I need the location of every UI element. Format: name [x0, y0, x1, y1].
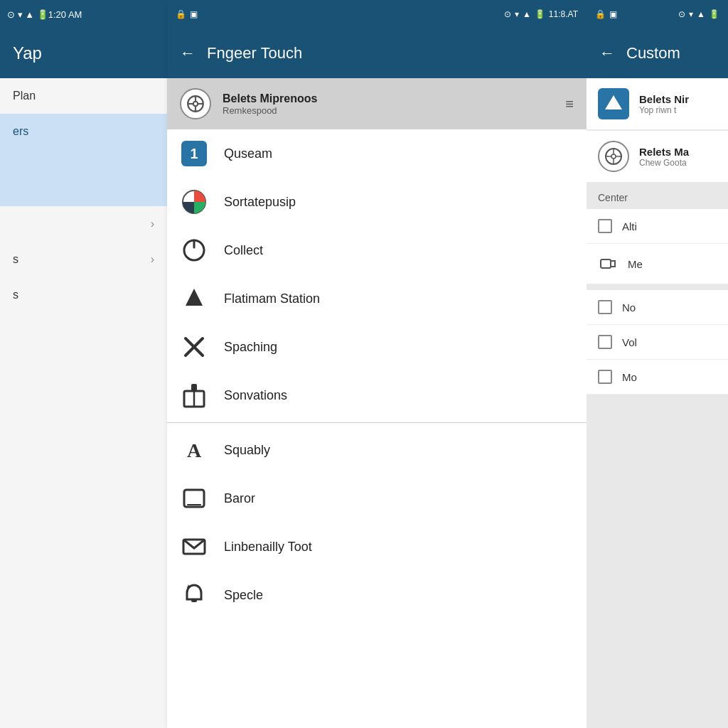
svg-point-24 [611, 154, 616, 159]
menu-item-linbenailly[interactable]: Linbenailly Toot [167, 523, 587, 571]
center-panel: 🔒 ▣ ⊙ ▾ ▲ 🔋 11:8.AT ← Fngeer Touch [167, 0, 587, 728]
menu-item-squably[interactable]: A Squably [167, 426, 587, 474]
right-lock-icon: 🔒 [595, 9, 606, 19]
squably-text-icon: A [181, 437, 207, 463]
right-back-button[interactable]: ← [599, 44, 615, 63]
sortatepusip-label: Sortatepusip [224, 195, 296, 210]
no-checkbox[interactable] [598, 300, 612, 314]
right-list-item-alti[interactable]: Alti [587, 209, 728, 244]
right-profile-name-1: Belets Nir [639, 93, 689, 105]
menu-item-quseam[interactable]: 1 Quseam [167, 129, 587, 178]
center-status-right-icons: ⊙ ▾ ▲ 🔋 11:8.AT [504, 9, 578, 19]
right-list-item-vol[interactable]: Vol [587, 325, 728, 360]
sonvations-tool-icon [181, 382, 207, 408]
left-menu-item-4[interactable]: s › [0, 242, 167, 277]
collect-label: Collect [224, 243, 263, 258]
menu-item-sortatepusip[interactable]: Sortatepusip [167, 178, 587, 226]
me-label: Me [628, 258, 643, 270]
right-header: ← Custom [587, 28, 728, 78]
center-title: Fngeer Touch [207, 44, 302, 63]
right-wifi-icon: ▾ [689, 9, 693, 19]
right-signal-icon: ▲ [697, 9, 705, 19]
flatimam-label: Flatimam Station [224, 291, 320, 306]
svg-marker-22 [605, 95, 622, 109]
right-content: Belets Nir Yop riwn t Relets Ma Chew Goo… [587, 78, 728, 728]
right-status-left: 🔒 ▣ [595, 9, 617, 19]
menu-item-flatimam[interactable]: Flatimam Station [167, 274, 587, 323]
right-list-item-no[interactable]: No [587, 290, 728, 325]
right-avatar-2 [598, 141, 629, 172]
left-content: Plan ers › s › s [0, 78, 167, 728]
quseam-icon: 1 [181, 141, 207, 166]
right-title: Custom [626, 44, 680, 63]
center-battery-icon: 🔋 [535, 9, 545, 19]
quseam-label: Quseam [224, 146, 272, 161]
center-profile-sub: Remkespood [223, 105, 554, 116]
right-section-header: Center [587, 183, 728, 209]
right-panel: 🔒 ▣ ⊙ ▾ ▲ 🔋 ← Custom Belets Nir Yop riwn… [587, 0, 728, 728]
right-profile-info-2: Relets Ma Chew Goota [639, 146, 689, 168]
right-clock-icon: ⊙ [678, 9, 685, 19]
svg-rect-29 [601, 259, 611, 268]
left-status-time: 1:20 AM [48, 9, 82, 20]
spaching-label: Spaching [224, 340, 277, 355]
menu-item-baror[interactable]: Baror [167, 474, 587, 523]
left-menu-item-5[interactable]: s [0, 277, 167, 313]
menu-item-collect[interactable]: Collect [167, 226, 587, 274]
menu-item-spaching[interactable]: Spaching [167, 323, 587, 371]
alti-checkbox[interactable] [598, 219, 612, 233]
left-status-bar: ⊙ ▾ ▲ 🔋 1:20 AM [0, 0, 167, 28]
squably-label: Squably [224, 443, 270, 458]
left-menu-5-label: s [13, 289, 18, 301]
hamburger-icon[interactable]: ≡ [565, 96, 574, 112]
center-profile-name: Belets Miprenoos [223, 92, 554, 105]
left-menu-plan-label: Plan [13, 90, 36, 102]
center-menu-list: 1 Quseam Sortatepusip [167, 129, 587, 728]
left-status-icons: ⊙ ▾ ▲ 🔋 [7, 9, 48, 20]
right-list-item-me[interactable]: Me [587, 244, 728, 284]
center-clock-icon: ⊙ [504, 9, 511, 19]
spaching-close-icon [181, 334, 207, 360]
right-list-item-mo[interactable]: Mo [587, 360, 728, 395]
no-label: No [622, 301, 636, 314]
svg-point-1 [193, 102, 198, 107]
specle-label: Specle [224, 588, 263, 603]
left-menu-ers-label: ers [13, 125, 28, 138]
chevron-icon-3: › [151, 218, 154, 230]
left-app-title: Yap [13, 43, 42, 63]
alti-label: Alti [622, 220, 637, 232]
menu-item-specle[interactable]: Specle [167, 571, 587, 619]
vol-label: Vol [622, 336, 637, 348]
sonvations-label: Sonvations [224, 388, 287, 403]
left-menu-4-label: s [13, 253, 18, 266]
left-menu-item-3[interactable]: › [0, 206, 167, 242]
sortatepusip-icon [181, 189, 207, 215]
linbenailly-label: Linbenailly Toot [224, 540, 312, 555]
center-back-button[interactable]: ← [180, 44, 196, 63]
right-profile-sub-1: Yop riwn t [639, 105, 689, 115]
center-profile-row[interactable]: Belets Miprenoos Remkespood ≡ [167, 78, 587, 129]
left-panel: ⊙ ▾ ▲ 🔋 1:20 AM Yap Plan ers › s › s [0, 0, 167, 728]
right-status-right: ⊙ ▾ ▲ 🔋 [678, 9, 719, 19]
left-menu-ers[interactable]: ers [0, 114, 167, 149]
right-profile-1[interactable]: Belets Nir Yop riwn t [587, 78, 728, 129]
left-header: Yap [0, 28, 167, 78]
right-avatar-1 [598, 88, 629, 119]
baror-label: Baror [224, 491, 255, 506]
menu-item-sonvations[interactable]: Sonvations [167, 371, 587, 419]
svg-text:A: A [187, 439, 202, 461]
right-profile-name-2: Relets Ma [639, 146, 689, 158]
chevron-icon-4: › [151, 253, 154, 266]
specle-bell-icon [181, 582, 207, 608]
mo-label: Mo [622, 371, 637, 383]
center-wifi-icon: ▾ [515, 9, 519, 19]
mo-checkbox[interactable] [598, 370, 612, 384]
lock-icon: 🔒 [176, 9, 186, 19]
center-status-bar: 🔒 ▣ ⊙ ▾ ▲ 🔋 11:8.AT [167, 0, 587, 28]
right-section-divider [587, 284, 728, 290]
vol-checkbox[interactable] [598, 335, 612, 349]
menu-divider [167, 422, 587, 423]
right-profile-2[interactable]: Relets Ma Chew Goota [587, 131, 728, 182]
left-menu-plan[interactable]: Plan [0, 78, 167, 114]
share-icon [598, 254, 618, 274]
